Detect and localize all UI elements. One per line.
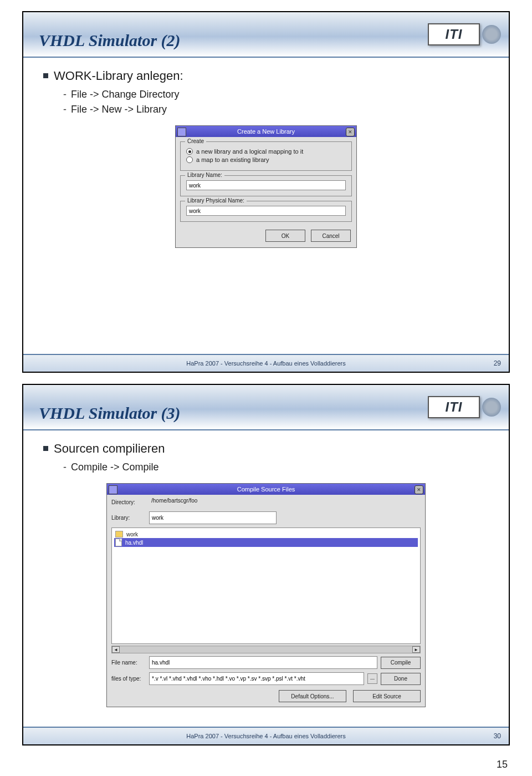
library-name-input[interactable] [186, 180, 346, 190]
scroll-left-icon[interactable]: ◄ [112, 646, 120, 653]
dialog-button-row: OK Cancel [176, 226, 356, 247]
library-input[interactable] [149, 511, 277, 524]
library-phys-input[interactable] [186, 206, 346, 216]
slide-number: 30 [494, 732, 501, 740]
sub-bullet-1: - Compile -> Compile [63, 461, 489, 473]
horizontal-scrollbar[interactable]: ◄ ► [111, 646, 421, 653]
square-bullet-icon [43, 446, 48, 451]
cancel-button[interactable]: Cancel [311, 230, 351, 242]
dash-icon: - [63, 104, 66, 115]
bullet: WORK-Library anlegen: [43, 69, 489, 83]
sub-bullet-1: - File -> Change Directory [63, 89, 489, 100]
footer-text: HaPra 2007 - Versuchsreihe 4 - Aufbau ei… [186, 733, 345, 739]
bullet: Sourcen compilieren [43, 442, 489, 456]
filename-label: File name: [111, 660, 146, 666]
dropdown-icon[interactable]: — [367, 673, 377, 684]
group-label: Create [185, 138, 206, 144]
logo-text: ITI [428, 396, 480, 418]
bullet-text: WORK-Library anlegen: [54, 69, 183, 83]
ok-button[interactable]: OK [265, 230, 305, 242]
slide-header: VHDL Simulator (3) ITI [23, 385, 509, 430]
list-item[interactable]: work [114, 530, 418, 538]
slide-title: VHDL Simulator (3) [39, 404, 181, 423]
slide-footer: HaPra 2007 - Versuchsreihe 4 - Aufbau ei… [23, 354, 509, 372]
library-row: Library: [107, 510, 425, 526]
directory-value: /home/bartscgr/foo [149, 496, 275, 508]
create-group: Create a new library and a logical mappi… [180, 141, 352, 171]
page-number: 15 [0, 757, 532, 776]
compile-source-dialog: Compile Source Files ✕ Directory: /home/… [106, 483, 426, 707]
radio-new-library[interactable]: a new library and a logical mapping to i… [186, 148, 346, 155]
compile-button[interactable]: Compile [381, 657, 421, 669]
done-button[interactable]: Done [381, 673, 421, 685]
slide-footer: HaPra 2007 - Versuchsreihe 4 - Aufbau ei… [23, 727, 509, 744]
footer-text: HaPra 2007 - Versuchsreihe 4 - Aufbau ei… [186, 360, 345, 367]
dialog-title: Create a New Library [237, 128, 295, 135]
filetype-row: files of type: — Done [107, 671, 425, 687]
slide-29: VHDL Simulator (2) ITI WORK-Library anle… [22, 11, 510, 373]
slide-title: VHDL Simulator (2) [39, 31, 181, 50]
logo-emblem-icon [482, 398, 501, 417]
default-options-button[interactable]: Default Options... [279, 690, 346, 702]
iti-logo: ITI [428, 23, 501, 45]
iti-logo: ITI [428, 396, 501, 418]
directory-label: Directory: [111, 499, 146, 505]
dash-icon: - [63, 89, 66, 100]
dialog-title: Compile Source Files [237, 486, 295, 493]
create-library-dialog: Create a New Library ✕ Create a new libr… [175, 125, 357, 248]
group-label: Library Name: [185, 172, 224, 178]
logo-emblem-icon [482, 25, 501, 44]
filename-row: File name: Compile [107, 655, 425, 671]
sub-bullet-2: - File -> New -> Library [63, 104, 489, 115]
scroll-right-icon[interactable]: ► [412, 646, 420, 653]
slide-header: VHDL Simulator (2) ITI [23, 12, 509, 58]
edit-source-button[interactable]: Edit Source [353, 690, 421, 702]
bullet-text: Sourcen compilieren [54, 442, 165, 456]
filetype-label: files of type: [111, 676, 146, 682]
logo-text: ITI [428, 23, 480, 45]
list-item[interactable]: ha.vhdl [114, 538, 418, 547]
radio-map-existing[interactable]: a map to an existing library [186, 156, 346, 163]
group-label: Library Physical Name: [185, 197, 247, 204]
slide-30: VHDL Simulator (3) ITI Sourcen compilier… [22, 384, 510, 745]
filetype-input[interactable] [149, 672, 364, 685]
dash-icon: - [63, 461, 66, 473]
library-phys-group: Library Physical Name: [180, 201, 352, 222]
file-list[interactable]: work ha.vhdl [111, 528, 421, 644]
dialog-titlebar[interactable]: Compile Source Files ✕ [107, 484, 425, 495]
bottom-button-row: Default Options... Edit Source [107, 687, 425, 707]
close-icon[interactable]: ✕ [415, 485, 423, 494]
library-name-group: Library Name: [180, 175, 352, 196]
dialog-titlebar[interactable]: Create a New Library ✕ [176, 126, 356, 137]
radio-icon [186, 148, 193, 155]
library-label: Library: [111, 515, 146, 521]
close-icon[interactable]: ✕ [346, 128, 355, 136]
slide-body: WORK-Library anlegen: - File -> Change D… [23, 58, 509, 259]
folder-icon [115, 531, 123, 537]
file-icon [115, 539, 122, 546]
square-bullet-icon [43, 73, 48, 78]
window-handle-icon [177, 128, 186, 136]
slide-body: Sourcen compilieren - Compile -> Compile… [23, 430, 509, 718]
window-handle-icon [109, 485, 117, 494]
filename-input[interactable] [149, 656, 377, 669]
radio-icon [186, 156, 193, 163]
slide-number: 29 [494, 359, 501, 367]
directory-row: Directory: /home/bartscgr/foo [107, 495, 425, 510]
